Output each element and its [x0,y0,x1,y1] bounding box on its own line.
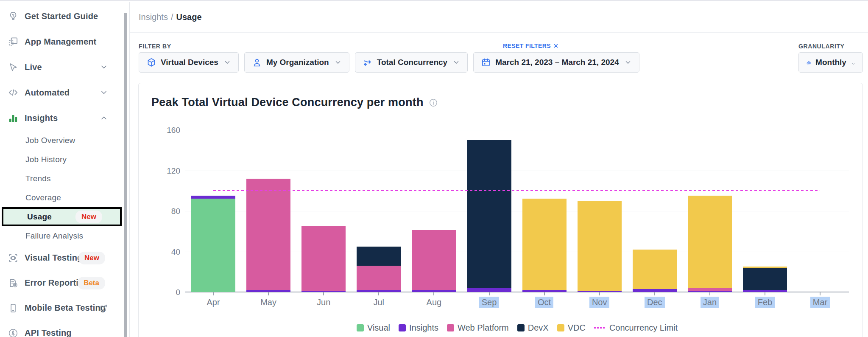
x-axis-tick [489,292,490,295]
legend-label: Concurrency Limit [609,323,678,333]
chevron-down-icon [452,59,460,66]
bar-segment-vdc-oct[interactable] [522,199,567,290]
y-axis-tick-label: 40 [155,247,180,257]
bar-segment-web-platform-jul[interactable] [357,266,401,290]
error-doc-icon [8,278,19,289]
sidebar-item-automated[interactable]: Automated [0,80,123,105]
sidebar-item-get-started-guide[interactable]: Get Started Guide [0,3,123,29]
x-axis-tick [323,292,324,295]
breadcrumb: Insights / Usage [130,2,868,33]
phone-icon [8,303,19,314]
x-axis-tick [378,292,379,295]
bar-segment-web-platform-aug[interactable] [412,230,456,290]
legend-item-vdc[interactable]: VDC [557,323,586,333]
filter-by-label: FILTER BY [139,43,171,50]
sidebar-item-label: Failure Analysis [25,231,83,241]
metric-dropdown[interactable]: Total Concurrency [355,52,468,73]
gridline [185,171,849,171]
new-badge: New [78,252,105,264]
bar-segment-devx-jul[interactable] [357,247,401,266]
user-icon [252,57,262,67]
usage-insights-page: { "sidebar": { "items": [ {"id":"get-sta… [0,0,868,337]
bar-segment-insights-may[interactable] [246,290,290,292]
bar-segment-visual-apr[interactable] [191,199,235,292]
x-axis-tick [654,292,655,295]
bar-segment-insights-jan[interactable] [688,291,732,292]
bar-segment-devx-sep[interactable] [467,140,511,288]
x-axis-label-sep: Sep [470,298,508,307]
sidebar-item-label: App Management [25,37,96,47]
sidebar-item-coverage[interactable]: Coverage [0,188,123,207]
bar-segment-devx-feb[interactable] [743,268,787,290]
bar-segment-vdc-nov[interactable] [578,201,622,291]
bar-chart-icon [8,112,19,124]
sidebar-item-failure-analysis[interactable]: Failure Analysis [0,226,123,245]
cursor-icon [8,62,19,73]
x-axis-tick [820,292,821,295]
legend-item-web-platform[interactable]: Web Platform [447,323,509,333]
filter-value: My Organization [266,58,329,67]
sidebar-item-app-management[interactable]: App Management [0,29,123,54]
breadcrumb-current: Usage [176,12,202,22]
bar-segment-insights-dec[interactable] [633,289,677,292]
sidebar-item-label: Coverage [25,193,61,202]
granularity-dropdown[interactable]: Monthly [798,52,863,73]
sidebar-item-label: Job History [25,155,67,164]
x-axis-tick [599,292,600,295]
bar-segment-web-platform-may[interactable] [246,179,290,290]
bar-segment-vdc-feb[interactable] [743,267,787,267]
legend-item-concurrency-limit[interactable]: Concurrency Limit [594,323,678,333]
x-axis-label-apr: Apr [194,298,232,307]
sidebar-item-visual-testing[interactable]: Visual TestingNew [0,245,123,270]
x-axis-label-mar: Mar [801,298,839,307]
bar-segment-web-platform-jan[interactable] [688,288,732,291]
bar-segment-web-platform-jun[interactable] [301,226,346,291]
legend-item-devx[interactable]: DevX [517,323,549,333]
bar-segment-insights-nov[interactable] [578,291,622,292]
beta-badge: Beta [78,277,105,289]
sidebar-item-job-overview[interactable]: Job Overview [0,131,123,150]
reset-filters-button[interactable]: RESET FILTERS [503,42,559,49]
device-type-dropdown[interactable]: Virtual Devices [139,52,239,73]
chevron-down-icon [624,59,632,66]
sidebar-scrollbar[interactable] [124,13,127,337]
organization-dropdown[interactable]: My Organization [244,52,349,73]
external-link-icon [99,303,108,313]
x-axis-label-oct: Oct [525,298,564,307]
sidebar-item-api-testing[interactable]: API Testing [0,320,123,337]
x-axis-label-jan: Jan [691,298,729,307]
legend-item-insights[interactable]: Insights [399,323,438,333]
chevron-down-icon [334,59,342,66]
sidebar-item-label: Usage [27,212,52,222]
eye-icon [8,253,19,264]
legend-item-visual[interactable]: Visual [357,323,390,333]
sidebar-item-mobile-beta-testing[interactable]: Mobile Beta Testing [0,295,123,320]
sidebar-item-label: Mobile Beta Testing [25,303,106,313]
y-axis-tick-label: 160 [155,126,180,135]
sidebar-item-usage[interactable]: UsageNew [2,207,122,226]
x-axis-tick [433,292,434,295]
bar-segment-insights-aug[interactable] [412,290,456,292]
calendar-icon [481,57,491,67]
sidebar-item-error-reporting[interactable]: Error ReportingBeta [0,270,123,295]
sidebar-item-live[interactable]: Live [0,54,123,80]
date-range-dropdown[interactable]: March 21, 2023 – March 21, 2024 [473,52,639,73]
bar-segment-vdc-dec[interactable] [633,250,677,289]
sidebar-item-insights[interactable]: Insights [0,105,123,131]
app-window-icon [8,36,19,47]
bar-segment-insights-jun[interactable] [301,291,346,292]
bar-segment-insights-apr[interactable] [191,196,235,199]
bar-segment-insights-jul[interactable] [357,290,401,292]
bar-segment-insights-oct[interactable] [522,290,567,292]
bar-segment-vdc-jan[interactable] [688,196,732,288]
lightbulb-icon [8,11,19,22]
legend-label: Web Platform [458,323,509,333]
sidebar-item-job-history[interactable]: Job History [0,150,123,169]
breadcrumb-section[interactable]: Insights [139,12,168,22]
sidebar-item-label: Automated [25,88,70,98]
bar-segment-insights-feb[interactable] [743,290,787,292]
reset-filters-label: RESET FILTERS [503,42,551,49]
sidebar-item-trends[interactable]: Trends [0,169,123,188]
sidebar-item-label: Job Overview [25,136,75,145]
bar-segment-insights-sep[interactable] [467,288,511,292]
